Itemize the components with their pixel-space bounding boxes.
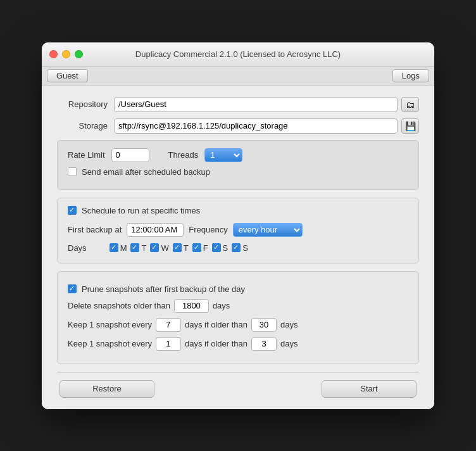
first-backup-row: First backup at Frequency every hour eve… (68, 223, 408, 237)
window-title: Duplicacy Commercial 2.1.0 (Licensed to … (135, 49, 341, 59)
threads-label: Threads (168, 150, 199, 160)
first-backup-label: First backup at (68, 225, 122, 234)
minimize-button[interactable] (62, 50, 70, 58)
delete-older-input[interactable] (174, 299, 209, 313)
day-label-mon: M (120, 243, 127, 253)
keep-rule1-mid: days if older than (185, 320, 247, 329)
day-label-tue: T (141, 243, 146, 253)
rate-limit-input[interactable] (111, 148, 149, 162)
folder-icon: 🗂 (406, 99, 415, 110)
day-item-sat: S (212, 243, 229, 253)
keep-rule1-prefix: Keep 1 snapshot every (68, 320, 152, 329)
divider (57, 372, 419, 372)
prune-checkbox-label: Prune snapshots after first backup of th… (82, 284, 245, 294)
repository-row: Repository 🗂 (57, 97, 419, 112)
storage-browse-button[interactable]: 💾 (401, 118, 419, 134)
day-item-fri: F (192, 243, 208, 253)
rate-limit-label: Rate Limit (68, 150, 105, 160)
email-checkbox-row: Send email after scheduled backup (68, 167, 408, 177)
threads-select[interactable]: 1 2 4 (204, 148, 242, 162)
delete-older-row: Delete snapshots older than days (68, 299, 408, 313)
settings-box: Rate Limit Threads 1 2 4 Send email afte… (57, 140, 419, 190)
days-label: Days (68, 243, 87, 253)
day-checkbox-mon[interactable] (110, 243, 118, 252)
keep-rule2-suffix: days (280, 339, 298, 348)
day-label-fri: F (203, 243, 208, 253)
keep-rule1-input[interactable] (156, 318, 181, 332)
email-checkbox-label: Send email after scheduled backup (82, 167, 210, 177)
prune-header: Prune snapshots after first backup of th… (68, 284, 408, 294)
day-checkbox-thu[interactable] (173, 243, 182, 252)
frequency-select[interactable]: every hour every 2 hours every 6 hours e… (233, 223, 303, 237)
day-checkbox-sat[interactable] (212, 243, 221, 252)
day-checkbox-tue[interactable] (130, 243, 139, 252)
day-label-wed: W (161, 243, 168, 253)
day-checkbox-fri[interactable] (192, 243, 201, 252)
keep-rule2-days-input[interactable] (251, 337, 277, 351)
schedule-checkbox-label: Schedule to run at specific times (82, 206, 200, 215)
titlebar: Duplicacy Commercial 2.1.0 (Licensed to … (42, 42, 434, 67)
schedule-header: Schedule to run at specific times (68, 206, 408, 215)
traffic-lights (49, 50, 83, 58)
rate-threads-row: Rate Limit Threads 1 2 4 (68, 148, 408, 162)
keep-rule1-row: Keep 1 snapshot every days if older than… (68, 318, 408, 332)
disk-icon: 💾 (405, 121, 416, 131)
prune-checkbox[interactable] (68, 284, 77, 293)
day-item-wed: W (150, 243, 168, 253)
toolbar: Guest Logs (42, 67, 434, 86)
keep-rule1-suffix: days (280, 320, 298, 329)
email-checkbox[interactable] (68, 167, 77, 176)
bottom-buttons: Restore Start (57, 380, 419, 398)
restore-button[interactable]: Restore (60, 380, 154, 398)
day-checkbox-sun[interactable] (232, 243, 241, 252)
prune-section: Prune snapshots after first backup of th… (57, 271, 419, 364)
day-label-sun: S (242, 243, 248, 253)
keep-rule2-mid: days if older than (185, 339, 247, 348)
schedule-section: Schedule to run at specific times First … (57, 198, 419, 264)
repository-label: Repository (57, 99, 108, 109)
repository-browse-button[interactable]: 🗂 (401, 97, 419, 112)
day-label-thu: T (184, 243, 189, 253)
maximize-button[interactable] (75, 50, 83, 58)
day-label-sat: S (223, 243, 229, 253)
keep-rule1-days-input[interactable] (251, 318, 277, 332)
storage-label: Storage (57, 121, 108, 130)
day-item-tue: T (130, 243, 146, 253)
keep-rule2-prefix: Keep 1 snapshot every (68, 339, 152, 348)
logs-button[interactable]: Logs (392, 69, 429, 82)
storage-row: Storage 💾 (57, 118, 419, 134)
guest-tab[interactable]: Guest (47, 69, 88, 82)
first-backup-time-input[interactable] (127, 223, 184, 237)
frequency-label: Frequency (189, 225, 227, 234)
keep-rule2-row: Keep 1 snapshot every days if older than… (68, 337, 408, 351)
content-area: Repository 🗂 Storage 💾 Rate Limit Thread… (42, 86, 434, 409)
repository-input[interactable] (114, 97, 398, 112)
start-button[interactable]: Start (322, 380, 416, 398)
keep-rule2-input[interactable] (156, 337, 181, 351)
day-item-mon: M (110, 243, 127, 253)
storage-input[interactable] (114, 118, 398, 134)
close-button[interactable] (49, 50, 58, 58)
days-row: Days M T W T (68, 243, 408, 253)
day-item-sun: S (232, 243, 248, 253)
main-window: Duplicacy Commercial 2.1.0 (Licensed to … (42, 42, 434, 409)
day-checkbox-wed[interactable] (150, 243, 159, 252)
schedule-checkbox[interactable] (68, 206, 77, 215)
delete-older-label: Delete snapshots older than (68, 301, 170, 310)
delete-older-unit: days (213, 301, 230, 310)
day-item-thu: T (173, 243, 189, 253)
